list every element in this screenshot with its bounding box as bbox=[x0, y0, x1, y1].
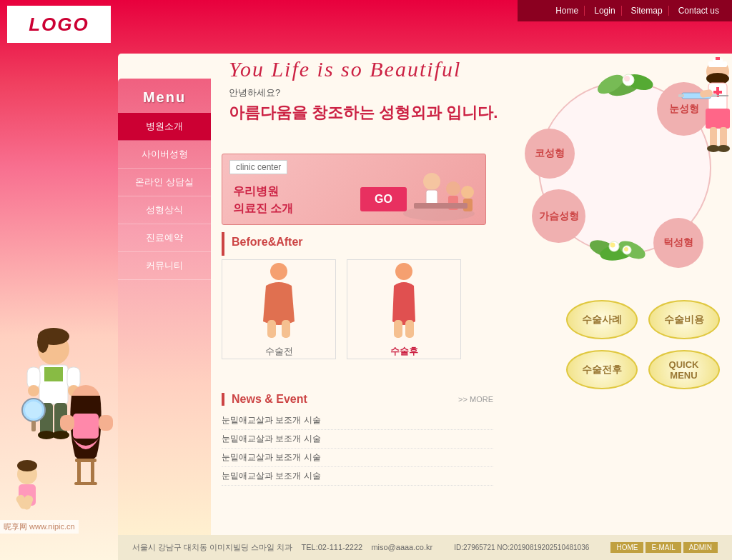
svg-rect-24 bbox=[716, 57, 720, 60]
top-nav: Home Login Sitemap Contact us bbox=[518, 0, 732, 21]
news-item-2[interactable]: 눈밑애교살과 보조개 시술 bbox=[222, 449, 493, 467]
news-item-3[interactable]: 눈밑애교살과 보조개 시술 bbox=[222, 467, 493, 486]
svg-rect-63 bbox=[60, 415, 74, 431]
svg-point-52 bbox=[28, 385, 39, 396]
footer-admin-button[interactable]: ADMIN bbox=[683, 542, 718, 553]
before-box: 수술전 bbox=[222, 259, 336, 359]
nav-login[interactable]: Login bbox=[588, 6, 621, 16]
svg-rect-44 bbox=[405, 320, 414, 338]
sidebar: Menu 병원소개 사이버성형 온라인 상담실 성형상식 진료예약 커뮤니티 bbox=[118, 79, 211, 535]
surgery-cost-button[interactable]: 수술비용 bbox=[648, 300, 720, 339]
svg-point-70 bbox=[17, 460, 37, 471]
svg-point-18 bbox=[610, 243, 615, 248]
svg-point-39 bbox=[270, 263, 287, 280]
svg-point-13 bbox=[624, 76, 630, 81]
watermark: 昵享网 www.nipic.cn bbox=[0, 520, 79, 534]
svg-point-57 bbox=[52, 431, 69, 439]
svg-rect-60 bbox=[31, 421, 36, 431]
after-figure bbox=[375, 261, 432, 343]
svg-rect-68 bbox=[74, 482, 97, 485]
svg-rect-29 bbox=[706, 109, 730, 129]
logo: LOGO bbox=[7, 6, 111, 43]
clinic-label: clinic center bbox=[229, 160, 287, 174]
after-box: 수술후 bbox=[347, 259, 461, 359]
before-figure bbox=[250, 261, 307, 343]
sidebar-item-5[interactable]: 커뮤니티 bbox=[118, 252, 211, 280]
clinic-illustration bbox=[392, 156, 485, 224]
svg-rect-49 bbox=[44, 367, 63, 381]
characters-svg bbox=[0, 285, 122, 535]
quick-menu-button[interactable]: QUICK MENU bbox=[648, 350, 720, 389]
svg-rect-28 bbox=[713, 91, 722, 94]
svg-rect-62 bbox=[73, 414, 99, 439]
nav-home[interactable]: Home bbox=[550, 6, 585, 16]
footer: 서울시 강남구 대치동 이미지빌딩 스마일 치과 TEL:02-111-2222… bbox=[118, 535, 732, 560]
svg-point-33 bbox=[717, 145, 730, 152]
svg-rect-65 bbox=[75, 459, 97, 462]
svg-point-42 bbox=[395, 263, 412, 280]
svg-point-1 bbox=[423, 173, 440, 190]
circle-item-jaw[interactable]: 턱성형 bbox=[653, 218, 703, 268]
svg-point-47 bbox=[37, 331, 49, 353]
svg-rect-7 bbox=[414, 203, 468, 209]
button-row-2: 수술전후 QUICK MENU bbox=[560, 350, 725, 389]
svg-rect-64 bbox=[99, 415, 113, 431]
footer-home-button[interactable]: HOME bbox=[610, 542, 643, 553]
before-after-section: Before&After 수술전 수술후 bbox=[222, 232, 493, 359]
news-section-title: News & Event bbox=[232, 393, 307, 406]
sidebar-item-3[interactable]: 성형상식 bbox=[118, 196, 211, 224]
circle-item-chest[interactable]: 가슴성형 bbox=[532, 189, 585, 243]
before-after-title: Before&After bbox=[222, 232, 493, 256]
footer-address: 서울시 강남구 대치동 이미지빌딩 스마일 치과 TEL:02-111-2222… bbox=[132, 542, 432, 553]
nurse-illustration bbox=[678, 50, 732, 193]
footer-buttons: HOME E-MAIL ADMIN bbox=[610, 542, 718, 553]
sidebar-item-1[interactable]: 사이버성형 bbox=[118, 141, 211, 169]
clinic-banner: clinic center 우리병원 의료진 소개 GO bbox=[222, 154, 486, 225]
svg-rect-41 bbox=[282, 320, 290, 338]
svg-rect-43 bbox=[394, 320, 402, 338]
button-row-1: 수술사례 수술비용 bbox=[560, 300, 725, 339]
sidebar-item-4[interactable]: 진료예약 bbox=[118, 224, 211, 252]
news-section: News & Event >> MORE 눈밑애교살과 보조개 시술 눈밑애교살… bbox=[222, 393, 493, 486]
news-item-1[interactable]: 눈밑애교살과 보조개 시술 bbox=[222, 430, 493, 449]
svg-point-5 bbox=[461, 186, 474, 199]
before-after-images: 수술전 수술후 bbox=[222, 259, 493, 359]
after-label: 수술후 bbox=[390, 345, 418, 358]
circle-item-nose[interactable]: 코성형 bbox=[525, 129, 575, 179]
svg-point-59 bbox=[25, 401, 42, 419]
footer-email-button[interactable]: E-MAIL bbox=[646, 542, 681, 553]
sidebar-item-0[interactable]: 병원소개 bbox=[118, 113, 211, 141]
svg-rect-67 bbox=[91, 462, 94, 484]
right-buttons: 수술사례 수술비용 수술전후 QUICK MENU bbox=[560, 300, 725, 400]
surgery-beforeafter-button[interactable]: 수술전후 bbox=[566, 350, 638, 389]
circle-nav: 눈성형 코성형 가슴성형 턱성형 bbox=[521, 57, 728, 264]
svg-point-20 bbox=[624, 247, 628, 251]
before-label: 수술전 bbox=[265, 345, 293, 358]
nav-contact[interactable]: Contact us bbox=[673, 6, 725, 16]
news-item-0[interactable]: 눈밑애교살과 보조개 시술 bbox=[222, 411, 493, 430]
svg-rect-36 bbox=[678, 94, 684, 97]
news-more-link[interactable]: >> MORE bbox=[458, 395, 493, 404]
footer-id: ID:27965721 NO:20190819202510481036 bbox=[454, 544, 589, 551]
left-illustration bbox=[0, 285, 122, 535]
svg-rect-66 bbox=[77, 462, 81, 484]
svg-point-3 bbox=[446, 181, 460, 196]
nav-sitemap[interactable]: Sitemap bbox=[625, 6, 669, 16]
surgery-cases-button[interactable]: 수술사례 bbox=[566, 300, 638, 339]
svg-rect-40 bbox=[267, 320, 276, 338]
sidebar-item-2[interactable]: 온라인 상담실 bbox=[118, 169, 211, 196]
sidebar-title: Menu bbox=[118, 79, 211, 113]
